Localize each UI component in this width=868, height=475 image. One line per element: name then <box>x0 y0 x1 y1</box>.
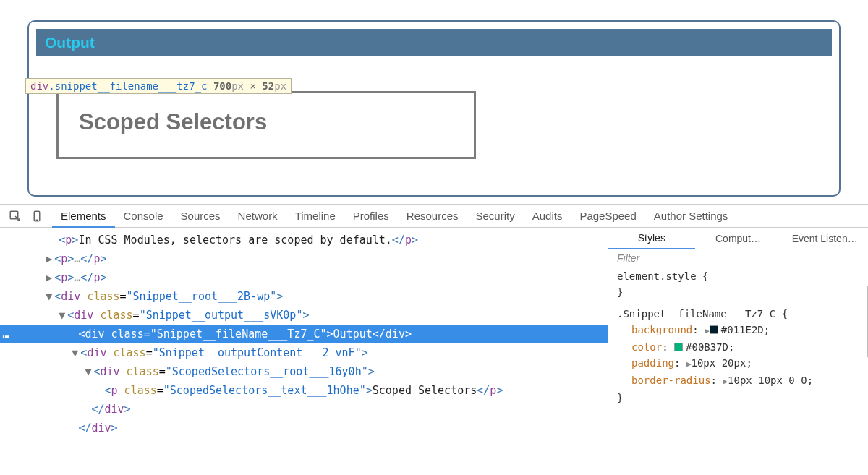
dom-line[interactable]: <p class="ScopedSelectors__text___1hOhe"… <box>0 381 608 400</box>
tab-pagespeed[interactable]: PageSpeed <box>571 205 644 227</box>
css-prop-background[interactable]: background: ▶#011E2D; <box>617 322 859 339</box>
tab-timeline[interactable]: Timeline <box>286 205 344 227</box>
dom-line-selected[interactable]: … <div class="Snippet__fileName___Tz7_C"… <box>0 325 608 343</box>
tab-audits[interactable]: Audits <box>524 205 571 227</box>
tab-network[interactable]: Network <box>229 205 286 227</box>
styles-filter[interactable]: Filter <box>608 249 868 267</box>
scoped-selectors-title: Scoped Selectors <box>79 109 454 135</box>
output-box: Output div.snippet__filename___tz7_c 700… <box>27 20 841 197</box>
devtools-tabs: Elements Console Sources Network Timelin… <box>52 205 736 227</box>
tab-profiles[interactable]: Profiles <box>344 205 398 227</box>
devtools-panel: Elements Console Sources Network Timelin… <box>0 204 868 475</box>
tab-console[interactable]: Console <box>115 205 172 227</box>
style-rules[interactable]: element.style { } .Snippet__fileName___T… <box>608 267 868 411</box>
page-preview: Output div.snippet__filename___tz7_c 700… <box>0 0 868 204</box>
subtab-computed[interactable]: Comput… <box>695 228 782 249</box>
dom-line[interactable]: ▼<div class="Snippet__outputContent___2_… <box>0 343 608 362</box>
dom-line[interactable]: ▼<div class="Snippet__root___2B-wp"> <box>0 287 608 306</box>
styles-panel: Styles Comput… Event Listen… Filter elem… <box>608 228 868 475</box>
tab-resources[interactable]: Resources <box>398 205 467 227</box>
scoped-selectors-box: Scoped Selectors <box>56 91 476 159</box>
dom-line[interactable]: ▶<p>…</p> <box>0 268 608 287</box>
subtab-styles[interactable]: Styles <box>608 228 695 249</box>
dom-line[interactable]: ▼<div class="Snippet__output___sVK0p"> <box>0 306 608 325</box>
inspect-icon[interactable] <box>9 210 22 223</box>
tab-security[interactable]: Security <box>467 205 524 227</box>
rule-close: } <box>617 390 859 406</box>
css-prop-border-radius[interactable]: border-radius: ▶10px 10px 0 0; <box>617 372 859 390</box>
tab-elements[interactable]: Elements <box>52 205 115 228</box>
rule-close: } <box>617 284 859 300</box>
tab-sources[interactable]: Sources <box>172 205 229 227</box>
styles-subtabs: Styles Comput… Event Listen… <box>608 228 868 249</box>
dom-line[interactable]: </div> <box>0 419 608 437</box>
element-style-rule: element.style { <box>617 268 859 284</box>
devtools-toolbar: Elements Console Sources Network Timelin… <box>0 205 868 228</box>
dom-line[interactable]: ▼<div class="ScopedSelectors__root___16y… <box>0 362 608 381</box>
css-prop-color[interactable]: color: #00B37D; <box>617 339 859 355</box>
device-toggle-icon[interactable] <box>30 210 43 223</box>
dom-line[interactable]: <p>In CSS Modules, selectors are scoped … <box>0 231 608 249</box>
tooltip-height: 52px <box>262 80 286 92</box>
css-selector: .Snippet__fileName___Tz7_C { <box>617 306 859 322</box>
tab-author-settings[interactable]: Author Settings <box>645 205 737 227</box>
dom-line[interactable]: </div> <box>0 400 608 419</box>
tooltip-width: 700px <box>213 80 250 92</box>
tooltip-class: .snippet__filename___tz7_c <box>48 80 207 92</box>
output-header: Output <box>36 29 832 56</box>
tooltip-tag: div <box>30 80 48 92</box>
dom-line[interactable]: ▶<p>…</p> <box>0 249 608 268</box>
dom-tree[interactable]: <p>In CSS Modules, selectors are scoped … <box>0 228 608 475</box>
css-prop-padding[interactable]: padding: ▶10px 20px; <box>617 355 859 372</box>
subtab-eventlisteners[interactable]: Event Listen… <box>781 228 868 249</box>
element-tooltip: div.snippet__filename___tz7_c 700px × 52… <box>25 78 292 94</box>
